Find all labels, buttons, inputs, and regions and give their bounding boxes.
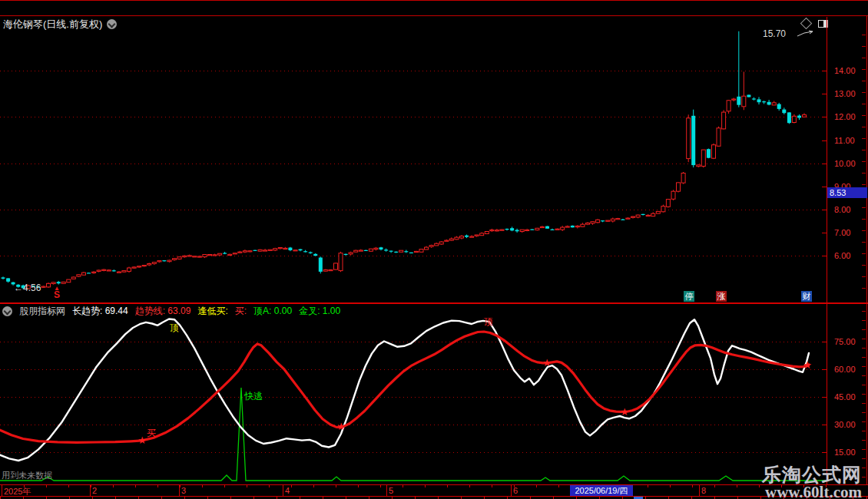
price-axis-label: 10.00: [834, 159, 856, 168]
indicator-header-segment: 长趋势: 69.44: [72, 305, 128, 318]
price-axis-label: 12.00: [834, 112, 856, 121]
price-axis-label: 6.00: [834, 251, 850, 260]
date-axis-divider: [179, 485, 180, 496]
window-right-border: [866, 0, 867, 499]
pane-separator: [0, 302, 868, 304]
buy-star-marker: ★: [620, 406, 629, 418]
indicator-signal-label: 买: [147, 427, 156, 440]
date-axis-label: 5: [389, 486, 393, 495]
indicator-header-segment: 趋势线: 63.09: [135, 305, 191, 318]
indicator-header-segment: 买:: [235, 305, 247, 318]
date-axis-divider: [511, 485, 512, 496]
date-axis-label: 3: [181, 486, 186, 495]
chevron-down-icon[interactable]: [107, 19, 117, 29]
price-axis-line: [827, 17, 827, 484]
indicator-gridline: [0, 342, 827, 342]
indicator-signal-label: 快逃: [244, 390, 263, 403]
indicator-header-segment: 股朋指标网: [19, 305, 65, 318]
date-axis-divider: [2, 485, 2, 496]
watermark-line2: www.60lt.com: [762, 484, 862, 499]
indicator-gridline: [0, 397, 827, 398]
buy-star-marker: ★: [137, 435, 147, 446]
date-axis-label: 2025年: [4, 486, 31, 497]
indicator-axis-label: 15.00: [834, 448, 856, 457]
date-axis-label: 8: [701, 486, 706, 495]
top-toolbar: [0, 0, 868, 16]
corner-icons: [802, 19, 828, 28]
indicator-header-segment: 金叉: 1.00: [299, 305, 340, 318]
future-data-note: 用到未来数据: [2, 470, 52, 481]
indicator-axis-label: 30.00: [834, 420, 856, 429]
indicator-collapse-icon[interactable]: [2, 306, 12, 316]
date-axis-divider: [90, 485, 91, 496]
indicator-header-segment: 逢低买:: [197, 305, 227, 318]
indicator-axis-label: 75.00: [834, 337, 856, 346]
date-axis-divider: [283, 485, 283, 496]
annotation-arrow-icon: [796, 28, 819, 40]
low-price-annotation: ←4.56: [14, 283, 41, 293]
price-gridline: [0, 71, 827, 71]
indicator-axis-right-ticks: [862, 311, 866, 480]
high-price-annotation: 15.70: [763, 28, 786, 39]
current-price-tag: 8.53: [827, 187, 867, 198]
price-axis-label: 7.00: [834, 228, 850, 237]
indicator-gridline: [0, 425, 827, 425]
event-badge[interactable]: 涨: [716, 291, 727, 302]
date-axis-label: 4: [285, 486, 290, 495]
event-badge[interactable]: 财: [801, 291, 812, 302]
indicator-header-segment: 顶A: 0.00: [253, 305, 292, 318]
price-axis-label: 14.00: [834, 66, 856, 75]
date-axis-divider: [699, 485, 700, 496]
symbol-title: 海伦钢琴(日线.前复权): [3, 18, 102, 31]
price-gridline: [0, 117, 827, 117]
price-axis-right-ticks: [862, 35, 866, 299]
event-badge[interactable]: 停: [684, 291, 694, 302]
indicator-signal-label: 顶: [484, 316, 493, 329]
price-gridline: [0, 164, 827, 164]
date-axis-label: 2: [92, 486, 97, 495]
price-gridline: [0, 210, 827, 210]
selected-date-tag: 2025/06/19/四: [570, 485, 633, 496]
price-axis-label: 13.00: [834, 89, 856, 98]
indicator-axis-label: 60.00: [834, 365, 856, 374]
price-axis-label: 8.00: [834, 205, 850, 214]
buy-star-marker: ★: [542, 357, 552, 368]
trading-app-window: 分时1分钟5分钟15分钟30分钟60分钟日线周线月线多周期更多 > 复权叠加多股…: [0, 0, 868, 499]
title-row: 海伦钢琴(日线.前复权): [3, 18, 117, 31]
buy-star-marker: ★: [336, 421, 346, 432]
indicator-header: 股朋指标网长趋势: 69.44趋势线: 63.09逢低买:买:顶A: 0.00金…: [2, 306, 340, 317]
indicator-gridline: [0, 452, 827, 453]
sell-signal-marker: ▲ S: [54, 286, 60, 299]
watermark-line1: 乐淘公式网: [762, 465, 862, 484]
site-watermark: 乐淘公式网 www.60lt.com: [762, 465, 862, 499]
date-axis-label: 6: [513, 486, 518, 495]
price-gridline: [0, 256, 827, 256]
indicator-axis-label: 45.00: [834, 392, 856, 402]
date-axis-divider: [386, 485, 387, 496]
indicator-gridline: [0, 369, 827, 370]
price-axis-label: 11.00: [834, 136, 855, 145]
indicator-signal-label: 顶: [170, 322, 179, 335]
